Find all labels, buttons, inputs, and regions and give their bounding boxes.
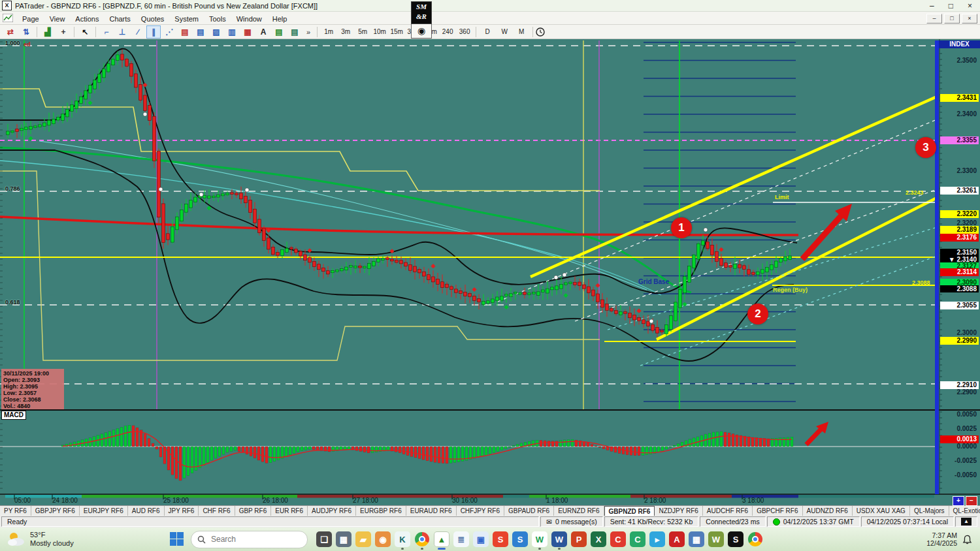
patrader-icon[interactable]: ▲ bbox=[432, 528, 451, 550]
mdi-restore-button[interactable]: □ bbox=[944, 14, 960, 24]
menu-item-help[interactable]: Help bbox=[267, 14, 293, 24]
chart-canvas[interactable] bbox=[0, 39, 980, 505]
tab-audchf-rf6[interactable]: AUDCHF RF6 bbox=[703, 506, 753, 516]
eye-icon[interactable]: ◉ bbox=[411, 24, 432, 39]
tab-eurjpy-rf6[interactable]: EURJPY RF6 bbox=[80, 506, 128, 516]
tab-eurgbp-rf6[interactable]: EURGBP RF6 bbox=[356, 506, 406, 516]
start-button[interactable] bbox=[170, 532, 184, 546]
mdi-close-button[interactable]: × bbox=[962, 14, 977, 24]
mdi-minimize-button[interactable]: – bbox=[926, 14, 942, 24]
copilot-icon[interactable]: ◉ bbox=[373, 528, 393, 550]
adobe-icon[interactable]: A bbox=[667, 528, 687, 550]
desktop-peek-icon[interactable]: ❏ bbox=[314, 528, 334, 550]
clock-icon[interactable] bbox=[536, 27, 545, 37]
menu-item-charts[interactable]: Charts bbox=[104, 14, 135, 24]
timeframe-10m[interactable]: 10m bbox=[371, 27, 388, 37]
tab-chfjpy-rf6[interactable]: CHFJPY RF6 bbox=[457, 506, 504, 516]
notepad-icon[interactable]: ≣ bbox=[451, 528, 471, 550]
tab-aud-rf6[interactable]: AUD RF6 bbox=[128, 506, 165, 516]
fib-retracement-icon[interactable]: ▤ bbox=[193, 25, 208, 39]
period-w[interactable]: W bbox=[496, 27, 513, 37]
calculator-icon[interactable]: ▦ bbox=[334, 528, 353, 550]
regression-channel-icon[interactable]: ⋰ bbox=[162, 25, 176, 39]
tab-gbpnzd-rf6[interactable]: GBPNZD RF6 bbox=[604, 506, 655, 516]
tab-chf-rf6[interactable]: CHF RF6 bbox=[199, 506, 235, 516]
search-input[interactable] bbox=[210, 534, 291, 544]
browser-icon[interactable] bbox=[745, 528, 765, 550]
menu-item-view[interactable]: View bbox=[44, 14, 71, 24]
gann-fan-icon[interactable]: ▨ bbox=[209, 25, 223, 39]
timeframe-3m[interactable]: 3m bbox=[337, 27, 354, 37]
zoom-out-button[interactable]: − bbox=[966, 496, 977, 506]
taskbar-clock[interactable]: 7:37 AM 12/4/2025 bbox=[926, 531, 957, 547]
weather-widget[interactable]: 53°F Mostly cloudy bbox=[0, 531, 157, 548]
angle-line-icon[interactable]: ⌐ bbox=[99, 25, 114, 39]
tab-eur-rf6[interactable]: EUR RF6 bbox=[271, 506, 308, 516]
tab-ql-exotics[interactable]: QL-Exotics bbox=[949, 506, 980, 516]
k-notes-icon[interactable]: K bbox=[393, 528, 412, 550]
maximize-button[interactable]: □ bbox=[949, 1, 953, 10]
tab-gbpchf-rf6[interactable]: GBPCHF RF6 bbox=[753, 506, 802, 516]
timeframe-1m[interactable]: 1m bbox=[320, 27, 337, 37]
fib-extension-icon[interactable]: ▦ bbox=[240, 25, 255, 39]
menu-item-actions[interactable]: Actions bbox=[70, 14, 104, 24]
tab-eurnzd-rf6[interactable]: EURNZD RF6 bbox=[554, 506, 604, 516]
powerpoint-icon[interactable]: P bbox=[569, 528, 589, 550]
nav-link2-icon[interactable]: ⇅ bbox=[19, 25, 33, 39]
photos-icon[interactable]: ▣ bbox=[471, 528, 491, 550]
wordpress-icon[interactable]: W bbox=[706, 528, 726, 550]
tab-gbpaud-rf6[interactable]: GBPAUD RF6 bbox=[504, 506, 554, 516]
tab-euraud-rf6[interactable]: EURAUD RF6 bbox=[406, 506, 457, 516]
indicator-a-icon[interactable]: ▤ bbox=[272, 25, 286, 39]
clickup-green-icon[interactable]: C bbox=[628, 528, 647, 550]
chrome-icon[interactable] bbox=[412, 528, 432, 550]
sublime-icon[interactable]: S bbox=[491, 528, 510, 550]
indicator-b-icon[interactable]: ▤ bbox=[287, 25, 302, 39]
notification-bell-icon[interactable] bbox=[962, 535, 972, 544]
trendline-icon[interactable]: ∕ bbox=[131, 25, 145, 39]
period-m[interactable]: M bbox=[513, 27, 530, 37]
menu-item-quotes[interactable]: Quotes bbox=[136, 14, 169, 24]
tab-jpy-rf6[interactable]: JPY RF6 bbox=[165, 506, 199, 516]
tab-nzdjpy-rf6[interactable]: NZDJPY RF6 bbox=[655, 506, 702, 516]
telegram-icon[interactable]: ▸ bbox=[647, 528, 667, 550]
timeframe-240[interactable]: 240 bbox=[439, 27, 456, 37]
nav-link-icon[interactable]: ⇄ bbox=[3, 25, 18, 39]
time-axis[interactable]: 05:0024 18:0025 18:0026 18:0027 18:0030 … bbox=[0, 497, 939, 505]
tab-audnzd-rf6[interactable]: AUDNZD RF6 bbox=[803, 506, 853, 516]
excel-icon[interactable]: X bbox=[589, 528, 608, 550]
text-label-icon[interactable]: A bbox=[256, 25, 270, 39]
tab-py-rf6[interactable]: PY RF6 bbox=[0, 506, 31, 516]
menu-item-window[interactable]: Window bbox=[231, 14, 267, 24]
menu-item-system[interactable]: System bbox=[169, 14, 204, 24]
smr-tray-icon[interactable]: S bbox=[726, 528, 745, 550]
parallel-channel-icon[interactable]: ∥ bbox=[146, 25, 161, 39]
tab-ql-majors[interactable]: QL-Majors bbox=[910, 506, 949, 516]
menu-item-tools[interactable]: Tools bbox=[204, 14, 231, 24]
remote-desktop-icon[interactable]: ▦ bbox=[687, 528, 706, 550]
toolbar-overflow-button[interactable]: » bbox=[302, 28, 314, 36]
tab-gbpjpy-rf6[interactable]: GBPJPY RF6 bbox=[31, 506, 80, 516]
tab-usdx-xau-xag[interactable]: USDX XAU XAG bbox=[853, 506, 910, 516]
period-d[interactable]: D bbox=[479, 27, 496, 37]
clickup-red-icon[interactable]: C bbox=[608, 528, 628, 550]
search-box[interactable] bbox=[191, 531, 308, 548]
tab-gbp-rf6[interactable]: GBP RF6 bbox=[235, 506, 272, 516]
timeframe-360[interactable]: 360 bbox=[456, 27, 473, 37]
chart-region[interactable]: INDEX 2.35002.34312.34002.33552.33002.32… bbox=[0, 39, 980, 505]
cursor-icon[interactable]: ↖ bbox=[78, 25, 92, 39]
macd-pane-label[interactable]: MACD bbox=[1, 411, 26, 420]
wise-icon[interactable]: W bbox=[530, 528, 549, 550]
close-button[interactable]: × bbox=[968, 1, 972, 10]
chart-type-icon[interactable]: ▟ bbox=[41, 25, 55, 39]
folder-icon[interactable]: ▰ bbox=[353, 528, 373, 550]
vertical-line-icon[interactable]: ⊥ bbox=[115, 25, 129, 39]
minimize-button[interactable]: – bbox=[930, 1, 934, 10]
andrews-pitchfork-icon[interactable]: ▥ bbox=[225, 25, 239, 39]
price-levels-icon[interactable]: ▤ bbox=[178, 25, 192, 39]
price-axis[interactable]: 2.35002.34312.34002.33552.33002.32612.32… bbox=[939, 39, 980, 505]
tab-audjpy-rf6[interactable]: AUDJPY RF6 bbox=[308, 506, 356, 516]
timeframe-15m[interactable]: 15m bbox=[388, 27, 405, 37]
menu-item-page[interactable]: Page bbox=[17, 14, 44, 24]
word-icon[interactable]: W bbox=[549, 528, 569, 550]
